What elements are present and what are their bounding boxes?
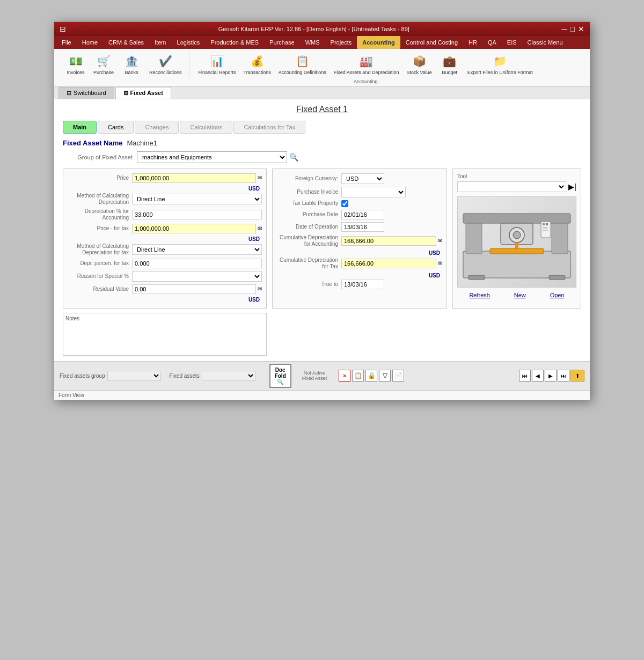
method-depr-tax-label: Method of CalculatingDepreciation for ta… <box>68 243 132 256</box>
nav-export-btn[interactable]: ⬆ <box>570 370 584 382</box>
banks-label: Banks <box>125 70 138 76</box>
residual-field[interactable] <box>132 284 256 294</box>
reason-special-label: Reason for Special % <box>68 273 132 280</box>
price-field[interactable] <box>132 173 256 183</box>
tab-switchboard[interactable]: ⊞ Switchboard <box>58 87 114 99</box>
fixed-assets-field: Fixed assets <box>170 371 255 381</box>
ribbon-stock-value[interactable]: 📦 Stock Value <box>404 51 434 77</box>
menu-logistics[interactable]: Logistics <box>172 36 206 49</box>
cum-depr-acc-field[interactable] <box>341 236 436 246</box>
form-view-label: Form View <box>58 392 84 398</box>
method-depr-select[interactable]: Direct Line <box>132 194 262 204</box>
form-tab-changes[interactable]: Changes <box>135 121 179 134</box>
price-tax-field[interactable] <box>132 224 256 233</box>
cum-depr-tax-mail-icon[interactable]: ✉ <box>438 260 442 266</box>
fixed-assets-group-select[interactable] <box>107 371 161 381</box>
ribbon-financial-reports[interactable]: 📊 Financial Reports <box>196 51 239 77</box>
purchase-date-field[interactable] <box>341 210 384 219</box>
cum-depr-acc-row: Cumulative Depreciation for Accounting ✉ <box>277 234 442 247</box>
menu-eis[interactable]: EIS <box>502 36 522 49</box>
menu-wms[interactable]: WMS <box>300 36 325 49</box>
price-mail-icon[interactable]: ✉ <box>258 175 262 181</box>
doc-fold-btn[interactable]: Doc Fold 🔍 <box>269 364 291 388</box>
purchase-invoice-select[interactable] <box>341 187 406 197</box>
ribbon-invoices[interactable]: 💵 Invoices <box>63 51 89 77</box>
method-depr-tax-select[interactable]: Direct Line <box>132 244 262 255</box>
form-tab-calculations-tax[interactable]: Calculations for Tax <box>233 121 305 134</box>
residual-mail-icon[interactable]: ✉ <box>258 286 262 292</box>
depr-pct-label: Depreciation % forAccounting <box>68 208 132 221</box>
tax-liable-checkbox[interactable] <box>341 200 348 207</box>
fixed-assets-select[interactable] <box>202 371 255 381</box>
cum-depr-acc-usd: USD <box>277 250 442 256</box>
menu-projects[interactable]: Projects <box>325 36 357 49</box>
tab-fixed-asset[interactable]: ⊞ Fixed Asset <box>115 87 171 99</box>
form-tab-cards[interactable]: Cards <box>98 121 134 134</box>
close-btn[interactable]: ✕ <box>578 25 584 33</box>
foreign-currency-select[interactable]: USD <box>341 173 384 184</box>
form-tab-main[interactable]: Main <box>63 121 97 134</box>
svg-rect-0 <box>463 251 570 278</box>
tool-select[interactable] <box>457 181 566 192</box>
form-tab-calculations[interactable]: Calculations <box>180 121 232 134</box>
menu-accounting[interactable]: Accounting <box>357 36 400 49</box>
menu-control-costing[interactable]: Control and Costing <box>400 36 463 49</box>
open-link[interactable]: Open <box>550 292 565 298</box>
minimize-btn[interactable]: ─ <box>562 25 567 33</box>
ribbon-accounting-definitions[interactable]: 📋 Accounting Definitions <box>276 51 329 77</box>
delete-btn[interactable]: ✕ <box>339 370 350 382</box>
nav-last-btn[interactable]: ⏭ <box>558 370 569 382</box>
tool-nav-icon[interactable]: ▶| <box>568 182 576 191</box>
ribbon-group-main: 💵 Invoices 🛒 Purchase 🏦 Banks ✔️ Reconci… <box>58 51 189 77</box>
svg-rect-11 <box>546 223 548 225</box>
maximize-btn[interactable]: □ <box>570 25 575 33</box>
nav-prev-btn[interactable]: ◀ <box>532 370 544 382</box>
method-depr-label: Method of CalculatingDepreciation <box>68 193 132 206</box>
menu-item[interactable]: Item <box>149 36 171 49</box>
menu-file[interactable]: File <box>56 36 77 49</box>
svg-rect-14 <box>469 275 485 280</box>
menu-classic[interactable]: Classic Menu <box>522 36 568 49</box>
true-to-field[interactable] <box>341 280 384 289</box>
menu-home[interactable]: Home <box>77 36 103 49</box>
ribbon-budget[interactable]: 💼 Budget <box>437 51 463 77</box>
cum-depr-tax-field[interactable] <box>341 259 436 268</box>
lock-btn[interactable]: 🔒 <box>365 370 377 382</box>
filter-btn[interactable]: ▽ <box>379 370 391 382</box>
menu-purchase[interactable]: Purchase <box>264 36 299 49</box>
depr-pct-field[interactable] <box>132 210 262 219</box>
ribbon-purchase[interactable]: 🛒 Purchase <box>91 51 116 77</box>
refresh-link[interactable]: Refresh <box>469 292 490 298</box>
copy-btn[interactable]: 📋 <box>352 370 364 382</box>
date-operation-field[interactable] <box>341 222 384 232</box>
nav-first-btn[interactable]: ⏮ <box>519 370 531 382</box>
reason-special-select[interactable] <box>132 271 262 282</box>
budget-icon: 💼 <box>441 53 458 70</box>
group-select[interactable]: machines and Equipments <box>137 151 287 163</box>
nav-export-icon: ⬆ <box>575 373 580 379</box>
new-doc-btn[interactable]: 📄 <box>392 370 404 382</box>
menu-hr[interactable]: HR <box>463 36 482 49</box>
group-search-icon[interactable]: 🔍 <box>289 153 298 162</box>
ribbon-transactions[interactable]: 💰 Transactions <box>241 51 274 77</box>
invoices-label: Invoices <box>67 70 84 76</box>
menu-production[interactable]: Production & MES <box>205 36 264 49</box>
ribbon-fixed-assets[interactable]: 🏭 Fixed Assets and Depreciation <box>331 51 402 77</box>
nav-next-btn[interactable]: ▶ <box>545 370 557 382</box>
new-link[interactable]: New <box>514 292 526 298</box>
price-tax-mail-icon[interactable]: ✉ <box>258 225 262 231</box>
ribbon-export-files[interactable]: 📁 Export Files in Uniform Format <box>465 51 536 77</box>
ribbon-reconciliations[interactable]: ✔️ Reconciliations <box>147 51 185 77</box>
notes-area: Notes <box>63 313 581 356</box>
transactions-icon: 💰 <box>248 53 266 70</box>
depr-percen-tax-field[interactable] <box>132 259 262 268</box>
menu-crm-sales[interactable]: CRM & Sales <box>103 36 149 49</box>
menu-bar: File Home CRM & Sales Item Logistics Pro… <box>54 36 590 49</box>
form-tabs: Main Cards Changes Calculations Calculat… <box>63 121 581 134</box>
price-tax-row: Price - for tax ✉ <box>68 224 262 233</box>
fixed-asset-tab-icon: ⊞ <box>123 90 128 97</box>
svg-rect-2 <box>552 219 568 254</box>
menu-qa[interactable]: QA <box>482 36 502 49</box>
cum-depr-acc-mail-icon[interactable]: ✉ <box>438 238 442 244</box>
ribbon-banks[interactable]: 🏦 Banks <box>119 51 144 77</box>
